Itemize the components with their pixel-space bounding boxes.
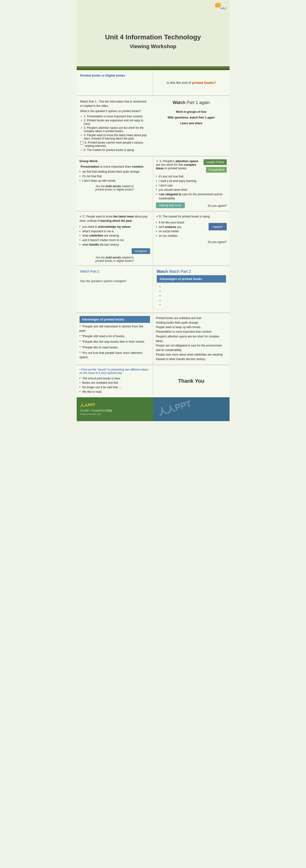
item-5-text: 5. Printed books cannot meet people's va… [85, 141, 149, 148]
sc-bullet-2: what's important to me is [79, 229, 150, 234]
adv-left-item-1: *People are still interested in stories … [79, 324, 150, 333]
adv-b-1 [160, 285, 223, 289]
section-three: Group Work: Presentation is more importa… [77, 156, 230, 211]
watch-item-2: ✓ 2. Printed books are expensive and not… [80, 119, 149, 125]
question-instruction: With questions, watch Part 1 again [168, 116, 215, 119]
thank-you-text: Thank You [178, 378, 204, 384]
section-d-title: ✓ D. The market for printed books is dyi… [156, 214, 227, 219]
advantages-bullets [157, 284, 226, 309]
watch-instruction: Watch Part 1 : Tick the information that… [80, 99, 149, 108]
panel-one-right: Is this the end of printed books? [153, 70, 230, 95]
item-1-text: 1. Presentation is more important than c… [84, 115, 143, 118]
thank-you-section: Thank You [153, 365, 230, 397]
brand-url: www.renrenppt.com [80, 413, 149, 415]
sd-bullet-3: on social media [156, 229, 206, 234]
footer-left: 人人PPT 20,000＋PowerPoint模板 www.renrenppt.… [77, 397, 153, 421]
watch-part1-instructions: Work in groups of four With questions, w… [157, 110, 226, 125]
watch2-left: Watch Part 2 Has the speaker's opinion c… [77, 266, 153, 313]
adv-left-list: *People are still interested in stories … [79, 324, 150, 359]
adv-b-3 [160, 294, 223, 298]
watch-part1-right: Watch Part 1 again Work in groups of fou… [153, 96, 230, 156]
watch-item-5: 5. Printed books cannot meet people's va… [80, 141, 149, 148]
section-c-title-text: C. People want to know the latest news a… [79, 215, 148, 222]
gw-bullet-3: I don't keep up with trends [79, 179, 150, 183]
adv-right-5: People's attention spans are too short f… [156, 334, 227, 343]
tick-1: ✓ [80, 115, 82, 118]
adv-right-7: People care more about what celebrities … [156, 352, 227, 362]
sd-bullet-4: on our mobiles [156, 234, 206, 238]
sd-bullet-1: if we like your brand [156, 221, 206, 225]
sd-bullet-2: we'll endorse you [156, 225, 206, 229]
question-end: ? [214, 81, 216, 85]
question-text: Is this the end of [167, 81, 192, 85]
length-button[interactable]: Length of time [204, 159, 227, 165]
item-2-text: 2. Printed books are expensive and not e… [84, 119, 149, 125]
attention-box-area: ✓ 3. People's attention spans are too sh… [153, 156, 230, 211]
section-d-title-text: D. The market for printed books is dying… [159, 215, 210, 218]
section-d-bullets: if we like your brand we'll endorse you … [156, 221, 206, 239]
watch-part1-again-title: Watch Part 1 again [157, 99, 226, 106]
group-work-box: Group Work: Presentation is more importa… [77, 156, 153, 211]
recognise-button[interactable]: recognise [132, 248, 150, 254]
page-subtitle: Viewing Workshop [84, 43, 223, 50]
adv-right-4: Presentation is more important than cont… [156, 330, 227, 334]
checkbox-5 [80, 141, 83, 145]
section-seven: • Find out the "secret" to presenting tw… [77, 365, 230, 397]
section-c-question: Are the bold words related toprinted boo… [79, 256, 150, 262]
item-6-text: 6. The market for printed books is dying… [84, 148, 135, 152]
watch-sub: What is the speaker's opinion on printed… [80, 109, 149, 113]
panel-one-right-question: Is this the end of printed books? [157, 74, 226, 92]
watch2-right-title: Watch Watch Part 2 [157, 270, 226, 274]
watch-item-4: ✓ 4. People want to know the latest news… [80, 133, 149, 140]
complicated-button[interactable]: Complicated [206, 167, 227, 173]
footer-right: 人人PPT [153, 397, 230, 421]
header-section: e人人 Unit 4 Information Technology Viewin… [77, 0, 230, 66]
att-bullet-3: I don't care [156, 184, 227, 188]
watch2-left-question: Has the speaker's opinion changed? [80, 279, 149, 283]
green-bar [77, 66, 230, 69]
attention-tick: ✓ [156, 159, 159, 163]
find-secret-title-text: • Find out the "secret" to presenting tw… [79, 368, 148, 375]
att-bullet-1: it's just not true that [156, 175, 227, 179]
section-c-bullets: you need to acknowledge my values what's… [79, 225, 150, 247]
group-work-title: Group Work: [79, 159, 150, 163]
section-four: ✓ C. People want to know the latest news… [77, 211, 230, 266]
adv-left-item-4: *People like to read books. [79, 345, 150, 349]
find-secret-title: • Find out the "secret" to presenting tw… [79, 368, 150, 375]
attention-bullets: it's just not true that I read a lot and… [156, 175, 227, 200]
fs-bullet-1: The end of print books is here. [79, 376, 150, 380]
watch2-right: Watch Watch Part 2 Advantages of printed… [153, 266, 230, 313]
adv-right: Printed books are outdated and dull. Hol… [153, 313, 230, 365]
adv-b-2 [160, 290, 223, 293]
fs-bullet-4: We like to read. [79, 390, 150, 394]
learn-instruction: Learn and share [180, 122, 202, 125]
section-c: ✓ C. People want to know the latest news… [77, 212, 153, 266]
support-button[interactable]: support [209, 223, 227, 230]
fs-bullet-2: Books are outdated and dull. [79, 381, 150, 385]
tick-6: ✓ [80, 148, 82, 152]
adv-left: Advantages of printed books *People are … [77, 313, 153, 365]
gw-bullet-2: it's not true that [79, 174, 150, 178]
duty-button[interactable]: Having duty to do [156, 203, 185, 208]
find-secret-bullets: The end of print books is here. Books ar… [79, 376, 150, 394]
group-work-bullets: we find that holding books feels quite s… [79, 170, 150, 183]
presentation-text: Presentation is more important than cont… [81, 165, 144, 168]
sc-bullet-4: and it doesn't matter much to me [79, 238, 150, 242]
watch-item-1: ✓ 1. Presentation is more important than… [80, 115, 149, 118]
sc-bullet-5: what Gandhi did last century [79, 243, 150, 247]
svg-text:e人人: e人人 [221, 7, 226, 9]
presentation-row: Presentation is more important than cont… [79, 165, 150, 168]
att-bullet-2: I read a lot and enjoy learning [156, 179, 227, 183]
adv-b-5 [160, 304, 223, 307]
find-secret-section: • Find out the "secret" to presenting tw… [77, 365, 153, 397]
item-3-text: 3. People's attention spans are too shor… [84, 126, 149, 133]
watch-part1-left: Watch Part 1 : Tick the information that… [77, 96, 153, 156]
panel-one-left-title: Printed books or Digital books [80, 74, 149, 77]
item-4-text: 4. People want to know the latest news a… [84, 133, 149, 140]
panel-one: Printed books or Digital books Is this t… [77, 70, 230, 95]
tick-2: ✓ [80, 119, 82, 122]
highlight-text: printed books [192, 81, 214, 85]
group-instruction: Work in groups of four [176, 110, 206, 114]
svg-rect-1 [216, 3, 221, 7]
do-you-agree-1: Do you agree? [208, 204, 227, 208]
